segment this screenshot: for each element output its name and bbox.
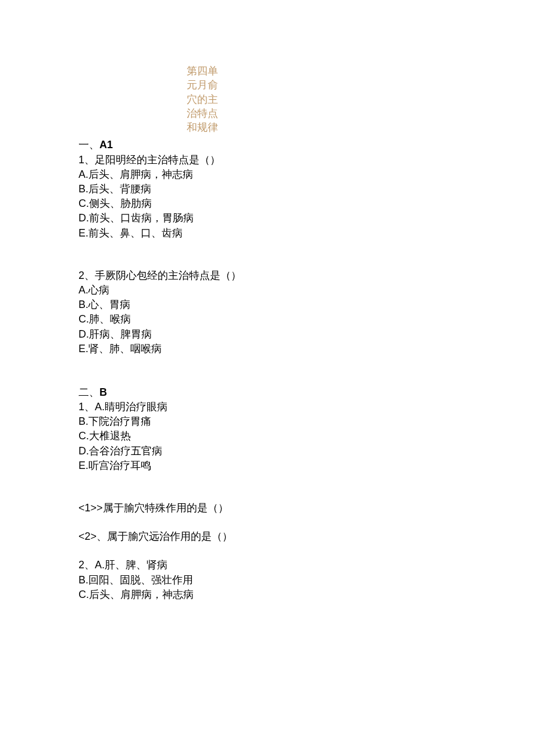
question-stem: 2、A.肝、脾、肾病 xyxy=(79,558,456,572)
heading-han: 二、 xyxy=(79,386,99,398)
question-number: 2 xyxy=(79,270,84,281)
title-line: 元月俞 xyxy=(187,78,233,92)
option-letter: B. xyxy=(79,299,88,310)
spacer xyxy=(79,356,456,384)
sep: 、 xyxy=(84,401,95,413)
option-text: 前头、鼻、口、齿病 xyxy=(88,227,183,239)
option-letter: C. xyxy=(79,198,89,209)
title-line: 穴的主 xyxy=(187,92,233,106)
option-letter: A. xyxy=(95,401,105,413)
option-text: 后头、背腰病 xyxy=(88,183,151,195)
heading-han: 一、 xyxy=(79,139,99,151)
option: E.前头、鼻、口、齿病 xyxy=(79,226,456,241)
option-letter: A. xyxy=(95,559,105,571)
option: B.回阳、固脱、强壮作用 xyxy=(79,573,456,587)
option: C.肺、喉病 xyxy=(79,312,456,327)
spacer xyxy=(79,241,456,268)
option-letter: B. xyxy=(79,574,88,586)
option: D.合谷治疗五官病 xyxy=(79,444,456,458)
option-text: 听宫治疗耳鸣 xyxy=(88,460,151,471)
option: E.听宫治疗耳鸣 xyxy=(79,458,456,473)
sep: 、 xyxy=(84,270,95,281)
sep: 、 xyxy=(84,559,95,571)
sep: 、 xyxy=(84,154,95,166)
sub-text: 属于腧穴特殊作用的是（） xyxy=(103,502,229,514)
title-line: 和规律 xyxy=(187,120,233,134)
option-text: 肾、肺、咽喉病 xyxy=(88,343,162,354)
sub-text: 属于腧穴远治作用的是（） xyxy=(107,531,233,542)
option: D.前头、口齿病，胃肠病 xyxy=(79,211,456,225)
section-b-heading: 二、B xyxy=(79,385,456,400)
option: B.下院治疗胃痛 xyxy=(79,414,456,429)
stem-text: 足阳明经的主治特点是（） xyxy=(95,154,220,166)
option: C.后头、肩胛病，神志病 xyxy=(79,587,456,602)
option-text: 心病 xyxy=(88,284,109,296)
question-stem: 1、足阳明经的主治特点是（） xyxy=(79,153,456,167)
question-number: 1 xyxy=(79,401,84,413)
option-letter: C. xyxy=(79,313,89,325)
heading-latin: A1 xyxy=(99,139,113,151)
option-text: 肺、喉病 xyxy=(89,313,131,325)
option-text: 回阳、固脱、强壮作用 xyxy=(88,574,193,586)
option-text: 前头、口齿病，胃肠病 xyxy=(89,212,194,224)
option: B.后头、背腰病 xyxy=(79,182,456,196)
option-text: 侧头、胁肋病 xyxy=(89,198,152,209)
spacer xyxy=(79,544,456,558)
option: A.心病 xyxy=(79,283,456,298)
section-a-heading: 一、A1 xyxy=(79,138,456,152)
sub-question: <2>、属于腧穴远治作用的是（） xyxy=(79,529,456,544)
option: C.大椎退热 xyxy=(79,429,456,443)
option-text: 大椎退热 xyxy=(89,430,131,442)
option: C.侧头、胁肋病 xyxy=(79,196,456,211)
option-letter: D. xyxy=(79,445,89,457)
option: E.肾、肺、咽喉病 xyxy=(79,342,456,356)
heading-latin: B xyxy=(99,386,107,398)
option-text: 下院治疗胃痛 xyxy=(88,415,151,427)
option-text: 后头、肩胛病，神志病 xyxy=(88,169,193,180)
option-letter: D. xyxy=(79,328,89,340)
sub-prefix: <2> xyxy=(79,531,97,542)
title-line: 治特点 xyxy=(187,106,233,120)
option-letter: E. xyxy=(79,227,88,239)
option: A.后头、肩胛病，神志病 xyxy=(79,167,456,182)
option-text: 合谷治疗五官病 xyxy=(89,445,162,457)
option-letter: A. xyxy=(79,284,88,296)
option: D.肝病、脾胃病 xyxy=(79,327,456,342)
question-number: 1 xyxy=(79,154,84,166)
option-text: 肝、脾、肾病 xyxy=(105,559,167,571)
spacer xyxy=(79,515,456,529)
sub-question: <1>>属于腧穴特殊作用的是（） xyxy=(79,501,456,515)
option-text: 后头、肩胛病，神志病 xyxy=(89,589,194,600)
option-letter: C. xyxy=(79,430,89,442)
option: B.心、胃病 xyxy=(79,298,456,312)
option-letter: C. xyxy=(79,589,89,600)
document-page: 第四单 元月俞 穴的主 治特点 和规律 一、A1 1、足阳明经的主治特点是（） … xyxy=(0,0,456,602)
question-number: 2 xyxy=(79,559,84,571)
spacer xyxy=(79,473,456,501)
title-line: 第四单 xyxy=(187,64,233,78)
option-letter: A. xyxy=(79,169,88,180)
option-letter: D. xyxy=(79,212,89,224)
question-stem: 2、手厥阴心包经的主治特点是（） xyxy=(79,268,456,283)
option-text: 睛明治疗眼病 xyxy=(105,401,167,413)
unit-title: 第四单 元月俞 穴的主 治特点 和规律 xyxy=(187,64,233,134)
option-letter: B. xyxy=(79,415,88,427)
option-letter: B. xyxy=(79,183,88,195)
option-letter: E. xyxy=(79,460,88,471)
option-letter: E. xyxy=(79,343,88,354)
sub-prefix: <1>> xyxy=(79,502,103,514)
option-text: 心、胃病 xyxy=(88,299,130,310)
option-text: 肝病、脾胃病 xyxy=(89,328,152,340)
question-stem: 1、A.睛明治疗眼病 xyxy=(79,400,456,414)
sep: 、 xyxy=(97,531,107,542)
stem-text: 手厥阴心包经的主治特点是（） xyxy=(95,270,241,281)
